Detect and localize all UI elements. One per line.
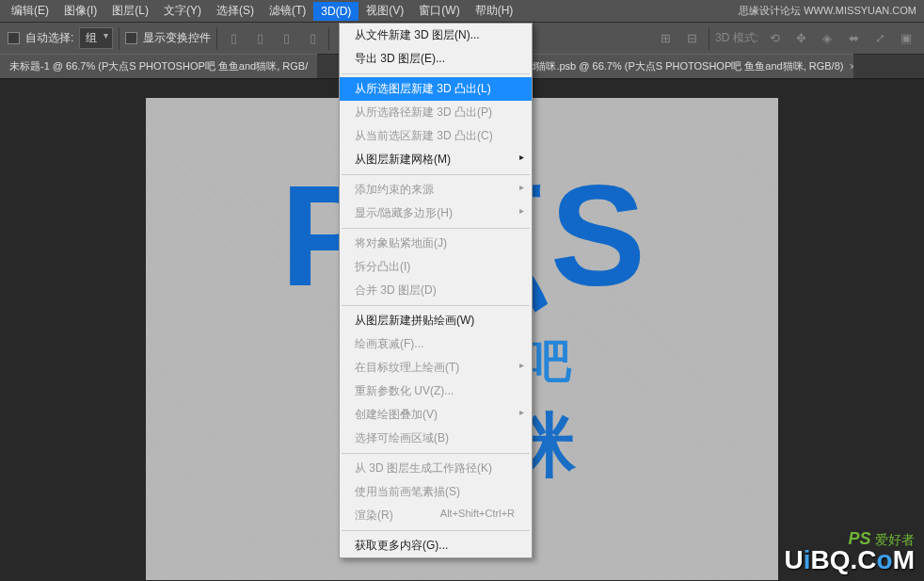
divider [328, 27, 329, 50]
auto-select-label: 自动选择: [25, 30, 73, 46]
menu-item: 重新参数化 UV(Z)... [340, 379, 532, 403]
menu-dd[interactable]: 3D(D) [313, 2, 358, 21]
menu-i[interactable]: 图像(I) [56, 0, 104, 22]
align-icon[interactable]: ▯ [223, 28, 244, 49]
menu-shortcut: Alt+Shift+Ctrl+R [440, 508, 515, 519]
close-icon[interactable]: × [849, 60, 853, 73]
divider [216, 27, 217, 50]
menu-item[interactable]: 获取更多内容(G)... [340, 534, 532, 557]
menu-separator [342, 453, 530, 454]
tab-title: nd猫咪.psb @ 66.7% (P大点S PHOTOSHOP吧 鱼鱼and猫… [524, 59, 843, 73]
tab-document-2[interactable]: nd猫咪.psb @ 66.7% (P大点S PHOTOSHOP吧 鱼鱼and猫… [515, 54, 853, 78]
auto-select-checkbox[interactable] [8, 32, 20, 44]
menu-item: 从所选路径新建 3D 凸出(P) [340, 101, 532, 124]
align-icon[interactable]: ▯ [276, 28, 296, 49]
group-select[interactable]: 组 [79, 27, 113, 49]
show-transform-checkbox[interactable] [125, 32, 137, 44]
watermark-bottom: PS 爱好者 UiBQ.CoM [785, 529, 915, 575]
menu-separator [342, 228, 530, 229]
distribute-icon[interactable]: ⊟ [682, 28, 703, 49]
menu-separator [342, 73, 530, 74]
watermark-top: 思缘设计论坛 WWW.MISSYUAN.COM [739, 4, 916, 18]
menu-separator [342, 530, 530, 531]
menu-item: 在目标纹理上绘画(T) [340, 356, 532, 379]
align-icon[interactable]: ▯ [249, 28, 270, 49]
tab-title: 未标题-1 @ 66.7% (P大点S PHOTOSHOP吧 鱼鱼and猫咪, … [9, 59, 308, 73]
menu-item: 从当前选区新建 3D 凸出(C) [340, 124, 532, 148]
divider [119, 27, 119, 50]
menu-e[interactable]: 编辑(E) [4, 0, 56, 22]
menu-s[interactable]: 选择(S) [209, 0, 262, 22]
slide-icon[interactable]: ⬌ [843, 28, 864, 49]
tab-document-1[interactable]: 未标题-1 @ 66.7% (P大点S PHOTOSHOP吧 鱼鱼and猫咪, … [0, 54, 317, 78]
menu-item: 合并 3D 图层(D) [340, 279, 532, 302]
watermark-uibq: UiBQ.CoM [785, 545, 915, 575]
menu-item: 将对象贴紧地面(J) [340, 232, 532, 255]
menu-h[interactable]: 帮助(H) [468, 0, 521, 22]
divider [709, 27, 709, 50]
menu-t[interactable]: 滤镜(T) [262, 0, 313, 22]
menu-y[interactable]: 文字(Y) [156, 0, 209, 22]
menu-item: 渲染(R)Alt+Shift+Ctrl+R [340, 504, 532, 527]
show-transform-label: 显示变换控件 [143, 30, 211, 46]
mode-label: 3D 模式: [715, 30, 758, 46]
menu-l[interactable]: 图层(L) [104, 0, 156, 22]
distribute-icon[interactable]: ⊞ [656, 28, 677, 49]
menu-separator [342, 174, 530, 175]
menu-item[interactable]: 从图层新建网格(M) [340, 148, 532, 171]
cube-icon[interactable]: ▣ [896, 28, 916, 49]
menu-item: 显示/隐藏多边形(H) [340, 202, 532, 225]
align-icon[interactable]: ▯ [302, 28, 323, 49]
menu-separator [342, 305, 530, 306]
menu-item[interactable]: 从图层新建拼贴绘画(W) [340, 309, 532, 332]
pan-icon[interactable]: ✥ [790, 28, 811, 49]
menu-3d-dropdown: 从文件新建 3D 图层(N)...导出 3D 图层(E)...从所选图层新建 3… [339, 23, 533, 558]
menu-item[interactable]: 从所选图层新建 3D 凸出(L) [340, 77, 532, 101]
menu-v[interactable]: 视图(V) [358, 0, 411, 22]
menu-item[interactable]: 导出 3D 图层(E)... [340, 47, 532, 71]
scale-icon[interactable]: ⤢ [869, 28, 890, 49]
menu-item[interactable]: 从文件新建 3D 图层(N)... [340, 24, 532, 47]
orbit-icon[interactable]: ⟲ [764, 28, 785, 49]
menu-item: 拆分凸出(I) [340, 255, 532, 279]
menu-item: 从 3D 图层生成工作路径(K) [340, 457, 532, 480]
dolly-icon[interactable]: ◈ [817, 28, 837, 49]
menu-item: 创建绘图叠加(V) [340, 403, 532, 427]
menu-item: 添加约束的来源 [340, 178, 532, 202]
menu-item: 选择可绘画区域(B) [340, 427, 532, 450]
menu-item: 绘画衰减(F)... [340, 332, 532, 356]
menu-item: 使用当前画笔素描(S) [340, 480, 532, 504]
menu-w[interactable]: 窗口(W) [411, 0, 467, 22]
